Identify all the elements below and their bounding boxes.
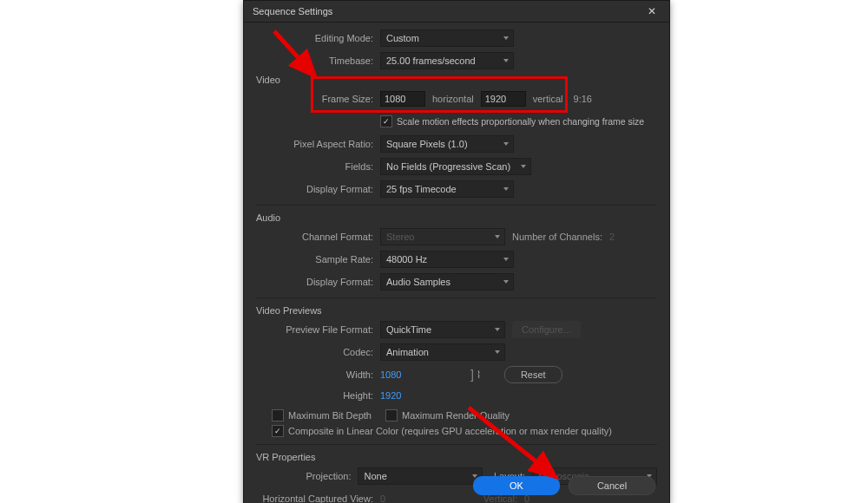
frame-size-label: Frame Size: xyxy=(256,94,380,104)
pixel-aspect-dropdown[interactable]: Square Pixels (1.0) xyxy=(380,135,514,153)
vr-section-title: VR Properties xyxy=(256,452,657,462)
num-channels-value: 2 xyxy=(609,232,615,242)
cancel-button[interactable]: Cancel xyxy=(569,476,655,495)
channel-format-dropdown: Stereo xyxy=(380,228,505,245)
composite-linear-label: Composite in Linear Color (requires GPU … xyxy=(288,426,612,436)
video-section-title: Video xyxy=(256,75,657,85)
divider xyxy=(256,205,657,206)
display-format-audio-dropdown[interactable]: Audio Samples xyxy=(380,273,514,291)
timebase-dropdown[interactable]: 25.00 frames/second xyxy=(380,52,514,69)
editing-mode-label: Editing Mode: xyxy=(256,33,380,43)
composite-linear-checkbox[interactable]: ✓ xyxy=(272,425,284,437)
preview-height-label: Height: xyxy=(256,390,380,401)
horizontal-label: horizontal xyxy=(425,94,481,104)
divider xyxy=(256,444,657,445)
max-render-quality-checkbox[interactable] xyxy=(385,409,398,421)
h-captured-view-value: 0 xyxy=(380,493,467,503)
codec-label: Codec: xyxy=(256,347,380,357)
scale-motion-label: Scale motion effects proportionally when… xyxy=(397,116,644,127)
sample-rate-dropdown[interactable]: 48000 Hz xyxy=(380,251,514,268)
display-format-audio-label: Display Format: xyxy=(256,277,380,287)
dialog-body: Editing Mode: Custom Timebase: 25.00 fra… xyxy=(244,23,669,503)
num-channels-label: Number of Channels: xyxy=(505,232,609,242)
projection-label: Projection: xyxy=(256,471,358,481)
sample-rate-label: Sample Rate: xyxy=(256,254,380,265)
fields-dropdown[interactable]: No Fields (Progressive Scan) xyxy=(380,158,531,175)
timebase-label: Timebase: xyxy=(256,56,380,66)
preview-file-format-dropdown[interactable]: QuickTime xyxy=(380,321,505,338)
projection-dropdown[interactable]: None xyxy=(358,467,483,485)
display-format-video-dropdown[interactable]: 25 fps Timecode xyxy=(380,180,514,198)
configure-button: Configure... xyxy=(512,321,581,338)
scale-motion-checkbox[interactable]: ✓ xyxy=(380,115,392,127)
fields-label: Fields: xyxy=(256,161,380,172)
aspect-ratio-value: 9:16 xyxy=(570,94,599,104)
channel-format-label: Channel Format: xyxy=(256,232,380,242)
editing-mode-dropdown[interactable]: Custom xyxy=(380,29,514,47)
link-icon[interactable]: 𝄔 xyxy=(477,369,489,381)
max-render-quality-label: Maximum Render Quality xyxy=(402,410,510,421)
frame-size-horizontal-input[interactable] xyxy=(380,91,425,107)
reset-button[interactable]: Reset xyxy=(504,366,562,383)
h-captured-view-label: Horizontal Captured View: xyxy=(256,493,380,503)
divider xyxy=(256,297,657,298)
codec-dropdown[interactable]: Animation xyxy=(380,343,505,361)
display-format-video-label: Display Format: xyxy=(256,184,380,194)
preview-width-value[interactable]: 1080 xyxy=(380,369,467,380)
previews-section-title: Video Previews xyxy=(256,305,657,316)
vertical-label: vertical xyxy=(526,94,570,104)
title-bar: Sequence Settings ✕ xyxy=(244,1,669,23)
preview-height-value[interactable]: 1920 xyxy=(380,390,467,401)
frame-size-vertical-input[interactable] xyxy=(481,91,526,107)
dialog-title: Sequence Settings xyxy=(253,6,332,16)
sequence-settings-dialog: Sequence Settings ✕ Editing Mode: Custom… xyxy=(243,0,670,503)
max-bit-depth-checkbox[interactable] xyxy=(272,409,284,421)
max-bit-depth-label: Maximum Bit Depth xyxy=(288,410,372,421)
audio-section-title: Audio xyxy=(256,212,657,223)
preview-file-format-label: Preview File Format: xyxy=(256,324,380,335)
close-icon[interactable]: ✕ xyxy=(640,3,664,20)
link-bracket-icon: ] xyxy=(467,368,477,382)
preview-width-label: Width: xyxy=(256,369,380,380)
dialog-footer: OK Cancel xyxy=(473,476,655,495)
ok-button[interactable]: OK xyxy=(473,476,560,495)
pixel-aspect-label: Pixel Aspect Ratio: xyxy=(256,139,380,149)
